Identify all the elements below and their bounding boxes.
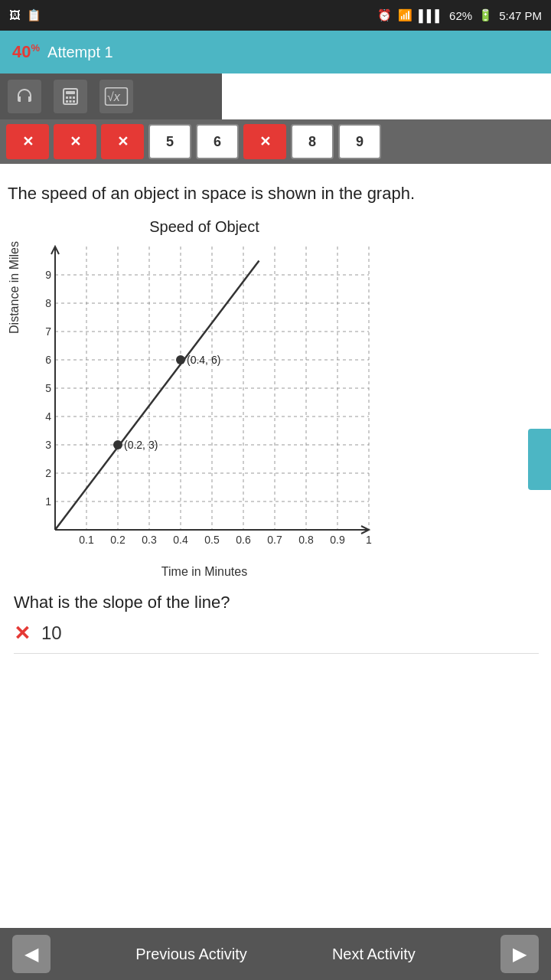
y-axis-label: Distance in Miles [8, 241, 21, 334]
graph-container: Distance in Miles Speed of Object Time i… [8, 218, 539, 579]
q-btn-1[interactable]: ✕ [6, 124, 49, 159]
time: 5:47 PM [499, 9, 542, 22]
q-btn-7[interactable]: ✕ [243, 124, 286, 159]
svg-rect-2 [66, 96, 68, 99]
x-axis-label: Time in Minutes [24, 565, 384, 579]
status-bar: 🖼 📋 ⏰ 📶 ▌▌▌ 62% 🔋 5:47 PM [0, 0, 551, 31]
answer-row: ✕ 10 [14, 622, 539, 654]
svg-rect-3 [70, 96, 72, 99]
q-btn-8[interactable]: 8 [291, 124, 334, 159]
svg-rect-4 [73, 96, 75, 99]
q-btn-5[interactable]: 5 [148, 124, 191, 159]
answer-value: 10 [41, 622, 62, 644]
headphone-icon[interactable] [8, 80, 41, 113]
formula-icon[interactable]: √x [99, 80, 133, 113]
side-thumbnail [528, 429, 551, 490]
prev-button[interactable]: ◀ [12, 935, 51, 973]
score-percent: 40% [12, 42, 40, 62]
battery-icon: 🔋 [478, 8, 493, 22]
status-left-icons: 🖼 📋 [9, 8, 41, 22]
calculator-icon[interactable] [54, 80, 87, 113]
attempt-label: Attempt 1 [47, 44, 113, 61]
svg-rect-6 [70, 100, 72, 103]
toolbar: √x [0, 74, 222, 119]
svg-rect-5 [66, 100, 68, 103]
battery-text: 62% [449, 9, 472, 22]
svg-text:√x: √x [107, 90, 121, 103]
q-btn-6[interactable]: 6 [196, 124, 239, 159]
graph-wrap: Speed of Object Time in Minutes [24, 218, 384, 579]
graph-title: Speed of Object [24, 218, 384, 236]
prev-label: Previous Activity [135, 946, 247, 963]
answer-icon: ✕ [14, 622, 31, 645]
signal-icon: ▌▌▌ [419, 9, 443, 22]
question-nav: ✕ ✕ ✕ 5 6 ✕ 8 9 [0, 119, 551, 164]
gallery-icon: 🖼 [9, 8, 21, 22]
graph-canvas [24, 239, 384, 560]
question-text: The speed of an object in space is shown… [8, 182, 539, 206]
header: 40% Attempt 1 [0, 31, 551, 74]
wifi-icon: 📶 [398, 8, 412, 22]
svg-rect-7 [73, 100, 75, 103]
next-label: Next Activity [332, 946, 416, 963]
copy-icon: 📋 [27, 8, 41, 22]
q-btn-9[interactable]: 9 [338, 124, 381, 159]
q-btn-2[interactable]: ✕ [54, 124, 96, 159]
main-content: The speed of an object in space is shown… [0, 164, 551, 654]
bottom-nav: ◀ Previous Activity Next Activity ▶ [0, 928, 551, 980]
next-button[interactable]: ▶ [500, 935, 539, 973]
alarm-icon: ⏰ [377, 8, 392, 22]
svg-rect-1 [66, 91, 75, 94]
q-btn-3[interactable]: ✕ [101, 124, 144, 159]
slope-question: What is the slope of the line? [14, 593, 539, 612]
